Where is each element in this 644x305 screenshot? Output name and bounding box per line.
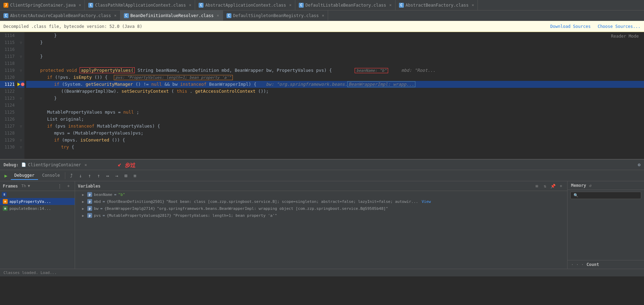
reader-mode-label[interactable]: Reader Mode <box>611 34 639 39</box>
gutter-item <box>17 109 24 116</box>
frames-settings[interactable]: ⋮ <box>56 183 63 190</box>
pin-btn[interactable]: 📌 <box>549 183 556 190</box>
line-num: 1122 <box>0 88 15 95</box>
tab-defaultlistable[interactable]: C DefaultListableBeanFactory.class ✕ <box>295 0 395 10</box>
line-numbers: 1114 1115 1116 1117 1118 1119 1120 1121 … <box>0 32 17 159</box>
code-line-1126: List original; <box>26 116 644 123</box>
debug-header: Debug: 📄 ClientSpringContainer ✕ ↙ 步过 ⚙ <box>0 160 644 170</box>
var-item-mbd[interactable]: ▶ p mbd = {RootBeanDefinition@2501} "Roo… <box>75 198 567 205</box>
expand-icon[interactable]: ▶ <box>82 193 86 197</box>
resume-button[interactable]: ▶ <box>2 171 10 180</box>
frames-header: Frames Th ▼ ⋮ + <box>0 181 75 191</box>
gutter-fold[interactable]: ▽ <box>17 144 24 151</box>
expand-icon[interactable]: ▶ <box>82 200 86 204</box>
search-box[interactable]: 🔍 <box>570 192 641 199</box>
gutter-item <box>17 116 24 123</box>
var-view-link[interactable]: View <box>422 199 431 204</box>
gutter-breakpoint[interactable] <box>17 81 24 88</box>
gutter-item <box>17 88 24 95</box>
memory-refresh-btn[interactable]: ↺ <box>589 183 591 188</box>
tab-label: DefaultListableBeanFactory.class <box>305 3 386 8</box>
expand-icon[interactable]: ▶ <box>82 214 86 218</box>
class-icon: C <box>399 3 404 8</box>
var-item-pvs[interactable]: ▶ p pvs = {MutablePropertyValues@2817} "… <box>75 212 567 219</box>
code-line-1125: MutablePropertyValues mpvs = null ; <box>26 109 644 116</box>
code-line-1116 <box>26 46 644 53</box>
run-to-cursor-btn[interactable]: ↑ <box>94 171 103 180</box>
debug-panel: Debug: 📄 ClientSpringContainer ✕ ↙ 步过 ⚙ … <box>0 159 644 269</box>
code-content: } } } protected void applyPropertyValues… <box>24 32 644 159</box>
tab-beandefinitionvalue[interactable]: C BeanDefinitionValueResolver.class ✕ <box>120 10 223 21</box>
var-equals: = <box>114 192 117 197</box>
tab-label: BeanDefinitionValueResolver.class <box>131 13 214 18</box>
gutter-fold[interactable]: ▽ <box>17 39 24 46</box>
var-name: mbd <box>94 199 101 204</box>
step-over-btn[interactable]: ⤴ <box>67 171 75 180</box>
var-desc: "org.springframework.beans.BeanWrapperIm… <box>157 206 388 211</box>
tab-close[interactable]: ✕ <box>289 3 291 7</box>
tab-defaultsingleton[interactable]: C DefaultSingletonBeanRegistry.class ✕ <box>223 10 328 21</box>
tab-abstractapp[interactable]: C AbstractApplicationContext.class ✕ <box>195 0 295 10</box>
memory-bar: Memory ↺ <box>568 181 644 190</box>
gutter: ▽ ▽ ▽ ▽ ▽ ▽ ▽ <box>17 32 24 159</box>
var-value: {MutablePropertyValues@2817} <box>107 213 171 218</box>
var-item-bw[interactable]: ▶ p bw = {BeanWrapperImpl@2714} "org.spr… <box>75 205 567 212</box>
add-watch-btn[interactable]: + <box>557 183 564 190</box>
download-sources-link[interactable]: Download Sources <box>550 24 591 29</box>
debug-arrow-icon <box>17 83 20 86</box>
gutter-item <box>17 60 24 67</box>
gutter-fold[interactable]: ▽ <box>17 53 24 60</box>
stepover-annotation: ↙ 步过 <box>118 161 135 169</box>
var-type-icon: p <box>87 192 92 197</box>
frame-item-applypropertyvalues[interactable]: m applyPropertyVa... <box>0 198 75 205</box>
force-step-btn[interactable]: → <box>112 171 121 180</box>
tab-abstractbeanfactory[interactable]: C AbstractBeanFactory.class ✕ <box>395 0 478 10</box>
tab-close[interactable]: ✕ <box>114 13 117 18</box>
tab-close[interactable]: ✕ <box>472 3 474 7</box>
var-name: beanName <box>94 192 112 197</box>
gutter-fold[interactable]: ▽ <box>17 123 24 130</box>
tab-close[interactable]: ✕ <box>79 3 81 7</box>
var-desc: "PropertyValues: length=1; bean property… <box>173 213 277 218</box>
sort-btn[interactable]: ⇅ <box>541 183 548 190</box>
var-item-beanname[interactable]: ▶ p beanName = "b" <box>75 191 567 198</box>
tab-close[interactable]: ✕ <box>189 3 192 7</box>
debug-session-close[interactable]: ✕ <box>84 162 87 167</box>
code-line-1115: } <box>26 39 644 46</box>
count-label: Count <box>586 262 599 267</box>
annotation-pvs: pvs: "PropertyValues: length=1; bean pro… <box>114 75 233 80</box>
toolbar-separator <box>65 172 65 179</box>
threads-arrow[interactable]: ▼ <box>28 184 30 188</box>
frames-btn[interactable]: ⊞ <box>121 171 130 180</box>
gutter-fold[interactable]: ▽ <box>17 67 24 74</box>
frame-item-populatebean[interactable]: m populateBean:14... <box>0 205 75 212</box>
step-out-btn[interactable]: ↑ <box>85 171 94 180</box>
info-bar-text: Decompiled .class file, bytecode version… <box>3 24 142 29</box>
tab-abstractautowire[interactable]: C AbstractAutowireCapableBeanFactory.cla… <box>0 10 120 21</box>
expand-all-btn[interactable]: ⊞ <box>533 183 540 190</box>
tab-console[interactable]: Console <box>39 171 64 180</box>
tab-classpathxml[interactable]: C ClassPathXmlApplicationContext.class ✕ <box>85 0 195 10</box>
frames-list: ⏸ m applyPropertyVa... m populateBean:14… <box>0 191 75 269</box>
expand-icon[interactable]: ▶ <box>82 207 86 211</box>
gutter-fold[interactable]: ▽ <box>17 137 24 144</box>
info-bar-actions: Download Sources Choose Sources... <box>550 24 641 29</box>
step-into-btn[interactable]: ↓ <box>76 171 84 180</box>
code-line-1123: } <box>26 95 644 102</box>
debug-settings-icon[interactable]: ⚙ <box>638 162 641 167</box>
more-btn[interactable]: ≡ <box>131 171 139 180</box>
gutter-fold[interactable]: ▽ <box>17 95 24 102</box>
var-desc: "Root bean: class [com.zzp.springboot.se… <box>166 199 418 204</box>
variables-header: Variables ⊞ ⇅ 📌 + <box>75 181 567 191</box>
tab-label: DefaultSingletonBeanRegistry.class <box>233 13 319 18</box>
frames-add[interactable]: + <box>65 183 72 190</box>
tab-close[interactable]: ✕ <box>322 13 324 18</box>
search-input[interactable] <box>580 193 629 198</box>
tab-client-spring-container[interactable]: J ClientSpringContainer.java ✕ <box>0 0 85 10</box>
tab-close[interactable]: ✕ <box>389 3 392 7</box>
class-icon: C <box>299 3 304 8</box>
tab-close[interactable]: ✕ <box>217 13 219 18</box>
choose-sources-link[interactable]: Choose Sources... <box>598 24 641 29</box>
tab-debugger[interactable]: Debugger <box>11 171 38 180</box>
evaluate-btn[interactable]: ↔ <box>103 171 112 180</box>
